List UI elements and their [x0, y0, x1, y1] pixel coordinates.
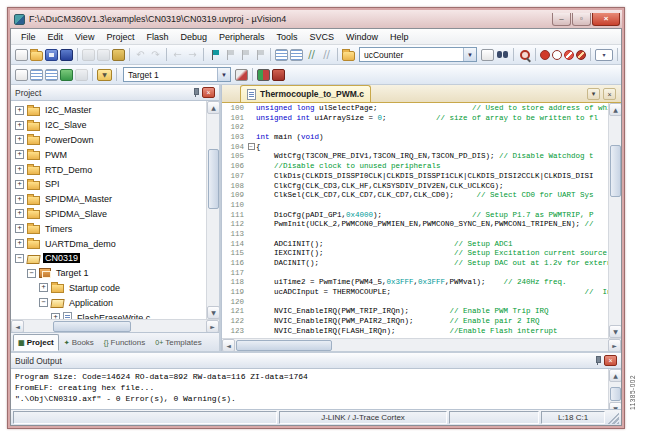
expand-toggle-icon[interactable]: − — [27, 269, 36, 278]
editor-tab-thermocouple-to-pwm[interactable]: Thermocouple_to_PWM.c — [240, 85, 371, 102]
title-bar[interactable]: F:\ADuCM360V1.3\examples\CN0319\CN0319.u… — [10, 10, 622, 28]
scroll-left-icon[interactable]: ◄ — [222, 339, 235, 351]
comment-selection-button[interactable]: // — [305, 49, 318, 61]
expand-toggle-icon[interactable]: + — [39, 283, 48, 292]
scroll-down-icon[interactable]: ▼ — [609, 402, 621, 409]
expand-toggle-icon[interactable]: + — [15, 121, 24, 130]
download-button[interactable]: ▼ — [97, 69, 112, 81]
manage-components-button[interactable] — [257, 69, 270, 81]
menu-edit[interactable]: Edit — [42, 31, 70, 43]
save-button[interactable] — [45, 49, 58, 61]
indent-button[interactable] — [275, 49, 288, 61]
target-combo-value[interactable]: Target 1 — [124, 70, 217, 80]
save-all-button[interactable] — [60, 49, 73, 61]
batch-build-button[interactable] — [60, 69, 73, 81]
panel-tab-books[interactable]: ✦Books — [59, 334, 99, 351]
minimize-button[interactable]: – — [552, 13, 571, 26]
menu-debug[interactable]: Debug — [174, 31, 213, 43]
pin-icon[interactable] — [192, 88, 199, 97]
project-panel-close-icon[interactable]: × — [202, 87, 215, 98]
expand-toggle-icon[interactable]: + — [15, 195, 24, 204]
tree-item-timers[interactable]: +Timers — [15, 221, 206, 236]
tree-item-application[interactable]: −Application — [15, 295, 206, 310]
scroll-thumb[interactable] — [610, 387, 621, 401]
scroll-down-icon[interactable]: ▼ — [207, 306, 219, 319]
search-combo-value[interactable]: ucCounter — [360, 50, 463, 60]
code-editor[interactable]: 100unsigned long ulSelectPage; // Used t… — [222, 103, 608, 338]
tree-item-uartdma-demo[interactable]: +UARTDma_demo — [15, 236, 206, 251]
menu-peripherals[interactable]: Peripherals — [213, 31, 271, 43]
file-extensions-button[interactable] — [272, 69, 285, 81]
scroll-thumb[interactable] — [53, 321, 131, 332]
menu-help[interactable]: Help — [384, 31, 415, 43]
resize-grip[interactable] — [607, 412, 619, 424]
tree-item-startup-code[interactable]: +Startup code — [15, 281, 206, 296]
target-combo[interactable]: Target 1 ▼ — [123, 67, 231, 82]
panel-tab-templates[interactable]: 0+Templates — [150, 334, 206, 351]
expand-toggle-icon[interactable]: + — [15, 209, 24, 218]
tab-list-dropdown-icon[interactable]: ▾ — [587, 88, 600, 100]
expand-toggle-icon[interactable]: + — [15, 135, 24, 144]
project-tree[interactable]: +I2C_Master+I2C_Slave+PowerDown+PWM+RTD_… — [11, 101, 206, 319]
debug-windows-button[interactable]: ▾ — [595, 49, 613, 61]
search-combo[interactable]: ucCounter ▼ — [359, 47, 477, 62]
tree-item-flasherasewrite-c[interactable]: +FlashEraseWrite.c — [15, 310, 206, 319]
tree-item-i2c-slave[interactable]: +I2C_Slave — [15, 118, 206, 133]
paste-button[interactable] — [112, 49, 125, 61]
insert-bookmark-button[interactable] — [208, 49, 221, 61]
tree-item-spidma-master[interactable]: +SPIDMA_Master — [15, 192, 206, 207]
scroll-up-icon[interactable]: ▲ — [609, 103, 621, 116]
tree-item-cn0319[interactable]: −CN0319 — [15, 251, 206, 266]
expand-toggle-icon[interactable]: + — [15, 239, 24, 248]
rebuild-button[interactable] — [45, 69, 58, 81]
menu-view[interactable]: View — [69, 31, 100, 43]
expand-toggle-icon[interactable]: + — [15, 180, 24, 189]
panel-tab-project[interactable]: ▦Project — [13, 334, 59, 351]
find-next-button[interactable] — [481, 49, 494, 61]
scroll-right-icon[interactable]: ► — [608, 339, 621, 351]
tree-item-powerdown[interactable]: +PowerDown — [15, 133, 206, 148]
translate-button[interactable] — [15, 69, 28, 81]
menu-file[interactable]: File — [15, 31, 42, 43]
find-in-files-button[interactable] — [342, 51, 355, 61]
maximize-button[interactable]: ▫ — [572, 13, 591, 26]
find-button[interactable] — [518, 49, 531, 61]
open-file-button[interactable] — [30, 51, 43, 61]
close-button[interactable]: × — [592, 13, 620, 26]
incremental-find-button[interactable] — [496, 49, 509, 61]
expand-toggle-icon[interactable]: − — [15, 254, 24, 263]
menu-flash[interactable]: Flash — [140, 31, 174, 43]
tree-item-i2c-master[interactable]: +I2C_Master — [15, 103, 206, 118]
scroll-thumb[interactable] — [610, 145, 621, 197]
enable-breakpoint-button[interactable] — [552, 50, 562, 60]
tree-item-pwm[interactable]: +PWM — [15, 147, 206, 162]
disable-breakpoint-button[interactable] — [564, 50, 574, 60]
expand-toggle-icon[interactable]: + — [15, 150, 24, 159]
target-combo-dropdown-icon[interactable]: ▼ — [217, 68, 230, 81]
tree-item-spidma-slave[interactable]: +SPIDMA_Slave — [15, 207, 206, 222]
search-combo-dropdown-icon[interactable]: ▼ — [463, 48, 476, 61]
scroll-thumb[interactable] — [236, 340, 332, 351]
pin-icon[interactable] — [594, 356, 601, 365]
menu-project[interactable]: Project — [100, 31, 140, 43]
scroll-up-icon[interactable]: ▲ — [207, 101, 219, 114]
tree-item-target-1[interactable]: −Target 1 — [15, 266, 206, 281]
scroll-up-icon[interactable]: ▲ — [609, 369, 621, 382]
expand-toggle-icon[interactable]: − — [39, 298, 48, 307]
scroll-thumb[interactable] — [208, 149, 219, 209]
panel-tab-functions[interactable]: {}Functions — [99, 334, 150, 351]
fold-margin[interactable]: − — [246, 143, 256, 153]
tree-item-spi[interactable]: +SPI — [15, 177, 206, 192]
outdent-button[interactable] — [290, 49, 303, 61]
expand-toggle-icon[interactable]: + — [15, 106, 24, 115]
editor-tab-close-icon[interactable]: × — [603, 88, 616, 100]
scroll-down-icon[interactable]: ▼ — [609, 325, 621, 338]
expand-toggle-icon[interactable]: + — [15, 165, 24, 174]
options-for-target-button[interactable] — [235, 69, 248, 81]
expand-toggle-icon[interactable]: + — [15, 224, 24, 233]
insert-breakpoint-button[interactable] — [540, 50, 550, 60]
build-button[interactable] — [30, 69, 43, 81]
menu-window[interactable]: Window — [340, 31, 384, 43]
build-output-close-icon[interactable]: × — [604, 355, 617, 366]
uncomment-selection-button[interactable]: // — [320, 49, 333, 61]
